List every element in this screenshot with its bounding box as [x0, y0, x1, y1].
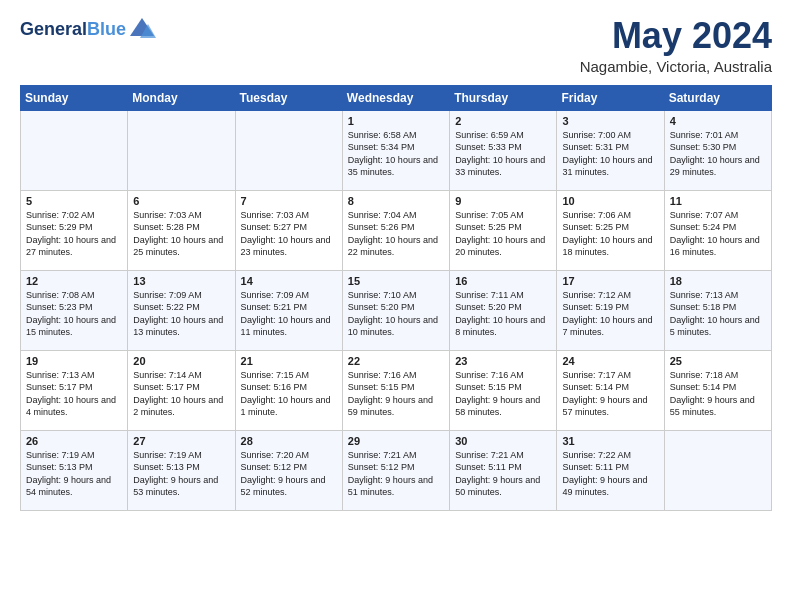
logo-text: GeneralBlue — [20, 19, 126, 41]
col-thursday: Thursday — [450, 85, 557, 110]
calendar-row: 26 Sunrise: 7:19 AMSunset: 5:13 PMDaylig… — [21, 430, 772, 510]
day-number: 27 — [133, 435, 229, 447]
day-number: 10 — [562, 195, 658, 207]
day-number: 11 — [670, 195, 766, 207]
table-row — [128, 110, 235, 190]
day-number: 28 — [241, 435, 337, 447]
table-row: 7 Sunrise: 7:03 AMSunset: 5:27 PMDayligh… — [235, 190, 342, 270]
table-row: 9 Sunrise: 7:05 AMSunset: 5:25 PMDayligh… — [450, 190, 557, 270]
month-title: May 2024 — [580, 16, 772, 56]
day-info: Sunrise: 7:09 AMSunset: 5:21 PMDaylight:… — [241, 290, 331, 338]
day-info: Sunrise: 7:08 AMSunset: 5:23 PMDaylight:… — [26, 290, 116, 338]
table-row — [664, 430, 771, 510]
table-row: 3 Sunrise: 7:00 AMSunset: 5:31 PMDayligh… — [557, 110, 664, 190]
day-number: 14 — [241, 275, 337, 287]
table-row — [235, 110, 342, 190]
day-info: Sunrise: 7:10 AMSunset: 5:20 PMDaylight:… — [348, 290, 438, 338]
day-info: Sunrise: 7:07 AMSunset: 5:24 PMDaylight:… — [670, 210, 760, 258]
header: GeneralBlue May 2024 Nagambie, Victoria,… — [20, 16, 772, 75]
day-info: Sunrise: 7:15 AMSunset: 5:16 PMDaylight:… — [241, 370, 331, 418]
table-row: 22 Sunrise: 7:16 AMSunset: 5:15 PMDaylig… — [342, 350, 449, 430]
table-row: 13 Sunrise: 7:09 AMSunset: 5:22 PMDaylig… — [128, 270, 235, 350]
day-info: Sunrise: 7:01 AMSunset: 5:30 PMDaylight:… — [670, 130, 760, 178]
day-info: Sunrise: 7:17 AMSunset: 5:14 PMDaylight:… — [562, 370, 647, 418]
day-info: Sunrise: 7:14 AMSunset: 5:17 PMDaylight:… — [133, 370, 223, 418]
title-block: May 2024 Nagambie, Victoria, Australia — [580, 16, 772, 75]
table-row: 14 Sunrise: 7:09 AMSunset: 5:21 PMDaylig… — [235, 270, 342, 350]
col-wednesday: Wednesday — [342, 85, 449, 110]
page: GeneralBlue May 2024 Nagambie, Victoria,… — [0, 0, 792, 521]
day-info: Sunrise: 7:06 AMSunset: 5:25 PMDaylight:… — [562, 210, 652, 258]
calendar-row: 19 Sunrise: 7:13 AMSunset: 5:17 PMDaylig… — [21, 350, 772, 430]
day-number: 19 — [26, 355, 122, 367]
day-number: 20 — [133, 355, 229, 367]
day-info: Sunrise: 7:19 AMSunset: 5:13 PMDaylight:… — [133, 450, 218, 498]
day-info: Sunrise: 7:13 AMSunset: 5:18 PMDaylight:… — [670, 290, 760, 338]
logo: GeneralBlue — [20, 16, 156, 44]
table-row: 28 Sunrise: 7:20 AMSunset: 5:12 PMDaylig… — [235, 430, 342, 510]
day-number: 25 — [670, 355, 766, 367]
table-row: 27 Sunrise: 7:19 AMSunset: 5:13 PMDaylig… — [128, 430, 235, 510]
day-info: Sunrise: 6:58 AMSunset: 5:34 PMDaylight:… — [348, 130, 438, 178]
day-number: 7 — [241, 195, 337, 207]
day-number: 4 — [670, 115, 766, 127]
day-info: Sunrise: 7:12 AMSunset: 5:19 PMDaylight:… — [562, 290, 652, 338]
day-number: 5 — [26, 195, 122, 207]
day-number: 17 — [562, 275, 658, 287]
day-number: 9 — [455, 195, 551, 207]
day-info: Sunrise: 6:59 AMSunset: 5:33 PMDaylight:… — [455, 130, 545, 178]
day-info: Sunrise: 7:20 AMSunset: 5:12 PMDaylight:… — [241, 450, 326, 498]
day-number: 1 — [348, 115, 444, 127]
day-number: 16 — [455, 275, 551, 287]
day-number: 21 — [241, 355, 337, 367]
day-number: 15 — [348, 275, 444, 287]
table-row: 8 Sunrise: 7:04 AMSunset: 5:26 PMDayligh… — [342, 190, 449, 270]
location: Nagambie, Victoria, Australia — [580, 58, 772, 75]
table-row: 23 Sunrise: 7:16 AMSunset: 5:15 PMDaylig… — [450, 350, 557, 430]
calendar-row: 1 Sunrise: 6:58 AMSunset: 5:34 PMDayligh… — [21, 110, 772, 190]
day-number: 8 — [348, 195, 444, 207]
table-row: 30 Sunrise: 7:21 AMSunset: 5:11 PMDaylig… — [450, 430, 557, 510]
table-row: 20 Sunrise: 7:14 AMSunset: 5:17 PMDaylig… — [128, 350, 235, 430]
col-sunday: Sunday — [21, 85, 128, 110]
table-row: 5 Sunrise: 7:02 AMSunset: 5:29 PMDayligh… — [21, 190, 128, 270]
day-number: 30 — [455, 435, 551, 447]
day-info: Sunrise: 7:00 AMSunset: 5:31 PMDaylight:… — [562, 130, 652, 178]
table-row: 16 Sunrise: 7:11 AMSunset: 5:20 PMDaylig… — [450, 270, 557, 350]
day-info: Sunrise: 7:19 AMSunset: 5:13 PMDaylight:… — [26, 450, 111, 498]
col-friday: Friday — [557, 85, 664, 110]
calendar-table: Sunday Monday Tuesday Wednesday Thursday… — [20, 85, 772, 511]
day-info: Sunrise: 7:02 AMSunset: 5:29 PMDaylight:… — [26, 210, 116, 258]
day-info: Sunrise: 7:21 AMSunset: 5:11 PMDaylight:… — [455, 450, 540, 498]
col-tuesday: Tuesday — [235, 85, 342, 110]
day-number: 3 — [562, 115, 658, 127]
table-row: 11 Sunrise: 7:07 AMSunset: 5:24 PMDaylig… — [664, 190, 771, 270]
col-saturday: Saturday — [664, 85, 771, 110]
table-row: 1 Sunrise: 6:58 AMSunset: 5:34 PMDayligh… — [342, 110, 449, 190]
col-monday: Monday — [128, 85, 235, 110]
table-row — [21, 110, 128, 190]
day-info: Sunrise: 7:03 AMSunset: 5:28 PMDaylight:… — [133, 210, 223, 258]
day-number: 13 — [133, 275, 229, 287]
day-info: Sunrise: 7:09 AMSunset: 5:22 PMDaylight:… — [133, 290, 223, 338]
day-info: Sunrise: 7:18 AMSunset: 5:14 PMDaylight:… — [670, 370, 755, 418]
day-info: Sunrise: 7:22 AMSunset: 5:11 PMDaylight:… — [562, 450, 647, 498]
table-row: 21 Sunrise: 7:15 AMSunset: 5:16 PMDaylig… — [235, 350, 342, 430]
logo-icon — [128, 16, 156, 44]
table-row: 6 Sunrise: 7:03 AMSunset: 5:28 PMDayligh… — [128, 190, 235, 270]
day-number: 31 — [562, 435, 658, 447]
calendar-row: 5 Sunrise: 7:02 AMSunset: 5:29 PMDayligh… — [21, 190, 772, 270]
day-number: 24 — [562, 355, 658, 367]
day-number: 29 — [348, 435, 444, 447]
table-row: 29 Sunrise: 7:21 AMSunset: 5:12 PMDaylig… — [342, 430, 449, 510]
day-number: 2 — [455, 115, 551, 127]
day-number: 22 — [348, 355, 444, 367]
day-info: Sunrise: 7:05 AMSunset: 5:25 PMDaylight:… — [455, 210, 545, 258]
table-row: 12 Sunrise: 7:08 AMSunset: 5:23 PMDaylig… — [21, 270, 128, 350]
table-row: 26 Sunrise: 7:19 AMSunset: 5:13 PMDaylig… — [21, 430, 128, 510]
day-info: Sunrise: 7:04 AMSunset: 5:26 PMDaylight:… — [348, 210, 438, 258]
table-row: 24 Sunrise: 7:17 AMSunset: 5:14 PMDaylig… — [557, 350, 664, 430]
day-number: 18 — [670, 275, 766, 287]
table-row: 25 Sunrise: 7:18 AMSunset: 5:14 PMDaylig… — [664, 350, 771, 430]
day-number: 12 — [26, 275, 122, 287]
